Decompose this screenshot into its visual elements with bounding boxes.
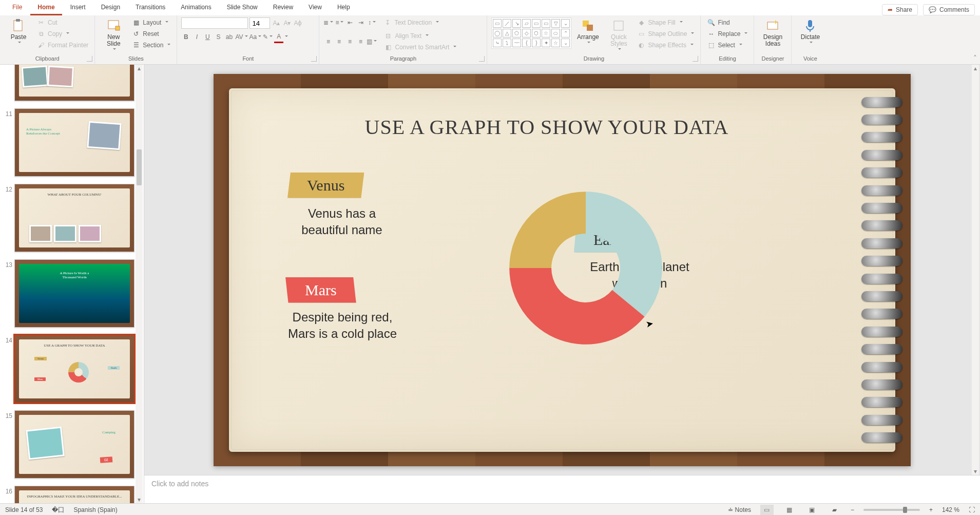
align-text-button[interactable]: ⊟Align Text [382, 31, 458, 41]
thumbnail-panel[interactable]: 11 A Picture AlwaysReinforces the Concep… [0, 65, 144, 503]
section-button[interactable]: ☰Section [130, 40, 172, 50]
decrease-font-button[interactable]: A▾ [282, 18, 292, 28]
shadow-button[interactable]: S [214, 32, 223, 42]
quick-styles-button[interactable]: Quick Styles [604, 17, 633, 52]
tab-animations[interactable]: Animations [174, 1, 218, 15]
bullets-button[interactable]: ≣ [323, 17, 333, 28]
arrange-button[interactable]: Arrange [573, 17, 602, 46]
slideshow-view-button[interactable]: ▰ [828, 505, 841, 515]
donut-slice-venus[interactable] [509, 192, 586, 268]
copy-button[interactable]: ⧉Copy [35, 29, 90, 39]
collapse-ribbon-button[interactable]: ˄ [973, 54, 977, 62]
slide-thumbnail[interactable]: INFOGRAPHICS MAKE YOUR IDEA UNDERSTANDAB… [14, 486, 134, 503]
zoom-in-button[interactable]: + [929, 506, 933, 513]
venus-label-tape[interactable]: Venus [287, 173, 364, 198]
drawing-dialog-launcher[interactable] [693, 56, 698, 62]
paragraph-dialog-launcher[interactable] [479, 56, 485, 62]
bold-button[interactable]: B [181, 32, 190, 42]
outdent-button[interactable]: ⇤ [345, 17, 355, 28]
cut-button[interactable]: ✂Cut [35, 17, 90, 28]
new-slide-button[interactable]: New Slide [99, 17, 128, 52]
share-button[interactable]: ➦Share [882, 4, 918, 15]
strike-button[interactable]: ab [224, 32, 234, 42]
tab-slideshow[interactable]: Slide Show [220, 1, 265, 15]
language-indicator[interactable]: Spanish (Spain) [73, 506, 117, 513]
underline-button[interactable]: U [203, 32, 212, 42]
slide[interactable]: USE A GRAPH TO SHOW YOUR DATA Venus Venu… [214, 74, 911, 466]
tab-insert[interactable]: Insert [63, 1, 93, 15]
convert-smartart-button[interactable]: ◧Convert to SmartArt [382, 42, 458, 52]
slide-thumbnail[interactable]: Camping 02 [14, 410, 134, 479]
slide-thumbnail[interactable]: A Picture AlwaysReinforces the Concept [14, 108, 134, 177]
paste-button[interactable]: Paste [4, 17, 33, 46]
notes-toggle[interactable]: ≐Notes [728, 506, 751, 513]
slide-thumbnail[interactable] [14, 65, 134, 101]
mars-label-tape[interactable]: Mars [285, 277, 356, 303]
mars-description[interactable]: Despite being red, Mars is a cold place [268, 309, 417, 342]
align-right-button[interactable]: ≡ [345, 36, 354, 47]
slide-sorter-button[interactable]: ▦ [783, 505, 796, 515]
tab-home[interactable]: Home [30, 1, 62, 15]
char-spacing-button[interactable]: AV [235, 32, 247, 42]
zoom-slider[interactable] [863, 509, 920, 511]
line-spacing-button[interactable]: ↕ [367, 17, 376, 28]
tab-help[interactable]: Help [330, 1, 357, 15]
reset-button[interactable]: ↺Reset [130, 29, 172, 39]
shapes-gallery[interactable]: ▭／↘▱▭▭▽⌄ ◯△⬠◇⬡☆⬭⌃ ⤷⤵〰{}✦☆⌄ [491, 17, 571, 49]
comments-button[interactable]: 💬Comments [923, 4, 975, 15]
font-color-button[interactable]: A [274, 32, 288, 42]
clipboard-dialog-launcher[interactable] [87, 56, 92, 62]
tab-file[interactable]: File [5, 1, 29, 15]
svg-rect-0 [14, 21, 22, 31]
normal-view-button[interactable]: ▭ [760, 505, 774, 515]
highlight-button[interactable]: ✎ [263, 32, 273, 42]
increase-font-button[interactable]: A▴ [272, 18, 281, 28]
zoom-level[interactable]: 142 % [942, 506, 959, 513]
text-direction-button[interactable]: ↧Text Direction [381, 17, 441, 28]
indent-button[interactable]: ⇥ [356, 17, 366, 28]
align-center-button[interactable]: ≡ [334, 36, 343, 47]
change-case-button[interactable]: Aa [249, 32, 262, 42]
select-button[interactable]: ⬚Select [705, 40, 750, 50]
slide-canvas[interactable]: USE A GRAPH TO SHOW YOUR DATA Venus Venu… [144, 65, 980, 475]
slide-thumbnail-selected[interactable]: USE A GRAPH TO SHOW YOUR DATA Venus Eart… [14, 335, 134, 403]
tab-design[interactable]: Design [94, 1, 127, 15]
tab-review[interactable]: Review [266, 1, 300, 15]
dictate-button[interactable]: Dictate [796, 17, 824, 46]
canvas-scrollbar-vertical[interactable]: ▴ ▾ [972, 65, 979, 475]
spell-check-icon[interactable]: �囗 [52, 506, 64, 514]
tab-view[interactable]: View [301, 1, 329, 15]
numbering-button[interactable]: ≡ [335, 17, 344, 28]
reading-view-button[interactable]: ▣ [805, 505, 819, 515]
tab-transitions[interactable]: Transitions [128, 1, 172, 15]
zoom-out-button[interactable]: − [851, 506, 854, 513]
shape-outline-button[interactable]: ▭Shape Outline [635, 29, 696, 39]
slide-title[interactable]: USE A GRAPH TO SHOW YOUR DATA [229, 115, 864, 139]
clear-formatting-button[interactable]: Aϕ [293, 18, 302, 28]
notes-pane[interactable]: Click to add notes [144, 475, 980, 503]
justify-button[interactable]: ≡ [356, 36, 365, 47]
font-size-input[interactable] [249, 17, 270, 29]
font-name-input[interactable] [181, 17, 248, 29]
fit-to-window-button[interactable]: ⛶ [969, 506, 975, 513]
thumbnail-scrollbar[interactable]: ▴ ▾ [136, 65, 143, 503]
font-dialog-launcher[interactable] [311, 56, 317, 62]
columns-button[interactable]: ▥ [367, 36, 377, 47]
design-ideas-button[interactable]: Design Ideas [758, 17, 787, 48]
donut-slice-earth[interactable] [586, 192, 662, 317]
align-left-button[interactable]: ≡ [323, 36, 333, 47]
format-painter-button[interactable]: 🖌Format Painter [35, 40, 90, 50]
slide-thumbnail[interactable]: WHAT ABOUT FOUR COLUMNS? [14, 184, 134, 252]
venus-description[interactable]: Venus has a beautiful name [280, 205, 403, 239]
donut-chart[interactable] [506, 188, 665, 348]
shape-fill-button[interactable]: ◆Shape Fill [635, 17, 696, 28]
layout-button[interactable]: ▦Layout [130, 17, 172, 28]
find-button[interactable]: 🔍Find [705, 17, 750, 28]
group-editing: 🔍Find ↔Replace ⬚Select Editing [701, 15, 754, 64]
effects-icon: ◐ [637, 41, 645, 49]
replace-button[interactable]: ↔Replace [705, 29, 750, 39]
italic-button[interactable]: I [192, 32, 201, 42]
shape-effects-button[interactable]: ◐Shape Effects [635, 40, 696, 50]
slide-thumbnail[interactable]: A Picture Is Worth aThousand Words [14, 259, 134, 328]
smartart-icon: ◧ [384, 43, 392, 51]
